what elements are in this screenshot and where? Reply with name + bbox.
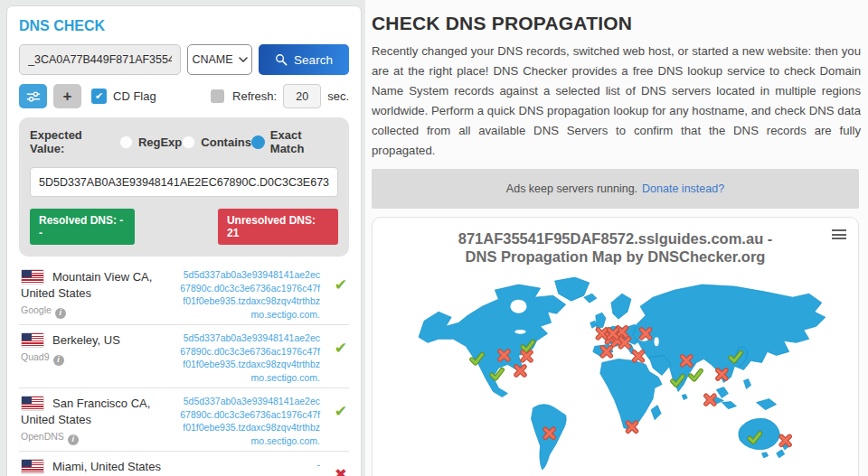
sliders-icon [26, 90, 41, 103]
resolved-check-icon: ✔ [324, 331, 347, 384]
unresolved-dns-badge: Unresolved DNS: 21 [218, 209, 338, 245]
marker-not-resolved[interactable] [516, 367, 524, 375]
refresh-unit-label: sec. [327, 89, 349, 103]
us-flag-icon [21, 459, 44, 474]
server-result: - [173, 458, 324, 476]
server-provider: OpenDNS [21, 431, 64, 442]
search-button[interactable]: Search [259, 44, 349, 75]
info-icon[interactable]: i [53, 355, 64, 366]
record-type-select[interactable]: CNAME [187, 44, 252, 75]
radio-regexp[interactable] [119, 135, 133, 149]
map-title-line2: DNS Propagation Map by DNSChecker.org [373, 247, 858, 266]
mode-contains[interactable]: Contains [182, 135, 251, 149]
us-flag-icon [21, 396, 44, 411]
main-content: CHECK DNS PROPAGATION Recently changed y… [365, 0, 868, 476]
dns-server-row: Berkeley, US Quad9i 5d5d337ab0a3e9394814… [19, 325, 349, 388]
refresh-seconds-input[interactable] [283, 84, 321, 108]
donate-link[interactable]: Donate instead? [642, 182, 724, 195]
dns-check-panel: DNS CHECK CNAME Search + [6, 5, 362, 476]
marker-not-resolved[interactable] [609, 330, 617, 338]
radio-contains[interactable] [182, 135, 195, 149]
unresolved-cross-icon: ✖ [324, 458, 347, 476]
marker-not-resolved[interactable] [523, 352, 531, 360]
propagation-map-card: 871AF35541F95DAF8572.sslguides.com.au - … [372, 217, 859, 476]
intro-paragraph: Recently changed your DNS records, switc… [372, 42, 861, 161]
resolved-check-icon: ✔ [324, 268, 347, 321]
hostname-input[interactable] [19, 44, 181, 75]
marker-not-resolved[interactable] [781, 437, 789, 445]
server-location: Berkeley, US [52, 333, 120, 347]
marker-not-resolved[interactable] [545, 430, 553, 438]
marker-not-resolved[interactable] [683, 357, 691, 365]
cd-flag-label: CD Flag [113, 89, 156, 103]
plus-icon: + [63, 88, 72, 106]
refresh-label: Refresh: [232, 89, 277, 103]
world-map [411, 275, 856, 475]
marker-not-resolved[interactable] [718, 370, 726, 378]
ad-notice-text: Ads keep servers running. [506, 182, 637, 195]
server-result: 5d5d337ab0a3e93948141ae2ec67890c.d0c3c3e… [173, 268, 324, 321]
dns-server-row: San Francisco CA, United States OpenDNSi… [19, 388, 349, 452]
server-result: 5d5d337ab0a3e93948141ae2ec67890c.d0c3c3e… [173, 395, 324, 447]
search-row: CNAME Search [19, 44, 349, 75]
mode-exact-match[interactable]: Exact Match [251, 128, 338, 155]
marker-not-resolved[interactable] [627, 423, 636, 431]
add-server-button[interactable]: + [53, 84, 81, 108]
resolved-check-icon: ✔ [324, 395, 347, 447]
ad-notice: Ads keep servers running. Donate instead… [372, 169, 859, 209]
continents [419, 277, 826, 470]
info-icon[interactable]: i [55, 308, 66, 319]
map-title-line1: 871AF35541F95DAF8572.sslguides.com.au - [373, 229, 858, 247]
dns-server-row: Mountain View CA, United States Googlei … [19, 262, 349, 325]
search-icon [275, 53, 288, 66]
server-location: Miami, United States [52, 460, 161, 473]
marker-not-resolved[interactable] [620, 339, 628, 347]
server-provider: Google [21, 304, 52, 315]
cd-flag-checkbox[interactable]: ✔ [91, 89, 107, 104]
us-flag-icon [21, 269, 44, 285]
resolved-dns-badge: Resolved DNS: -- [30, 209, 135, 245]
record-type-value: CNAME [192, 53, 232, 66]
marker-not-resolved[interactable] [602, 348, 610, 356]
radio-exact-match[interactable] [251, 135, 265, 149]
search-button-label: Search [294, 53, 333, 67]
mode-regexp[interactable]: RegExp [119, 135, 182, 149]
marker-not-resolved[interactable] [706, 396, 714, 404]
expected-value-box: Expected Value: RegExp Contains Exact Ma… [19, 117, 349, 257]
panel-title: DNS CHECK [19, 18, 349, 34]
map-title: 871AF35541F95DAF8572.sslguides.com.au - … [373, 229, 858, 266]
server-provider: Quad9 [21, 351, 50, 362]
info-icon[interactable]: i [68, 434, 79, 445]
marker-not-resolved[interactable] [642, 330, 650, 338]
expected-value-label: Expected Value: [30, 128, 119, 155]
chart-menu-icon[interactable] [832, 229, 846, 242]
dns-server-list: Mountain View CA, United States Googlei … [19, 262, 349, 476]
server-result: 5d5d337ab0a3e93948141ae2ec67890c.d0c3c3e… [173, 331, 324, 384]
marker-not-resolved[interactable] [635, 352, 643, 360]
refresh-checkbox[interactable] [211, 89, 224, 103]
options-row: + ✔ CD Flag Refresh: sec. [19, 84, 349, 108]
dns-server-row: Miami, United States AT&T Servicesi - ✖ [19, 452, 349, 476]
chevron-down-icon [239, 57, 248, 62]
expected-value-input[interactable] [30, 167, 338, 197]
marker-not-resolved[interactable] [500, 351, 508, 359]
page-title: CHECK DNS PROPAGATION [372, 13, 859, 34]
settings-sliders-button[interactable] [19, 84, 47, 108]
us-flag-icon [21, 332, 44, 348]
marker-resolved[interactable] [691, 371, 702, 380]
